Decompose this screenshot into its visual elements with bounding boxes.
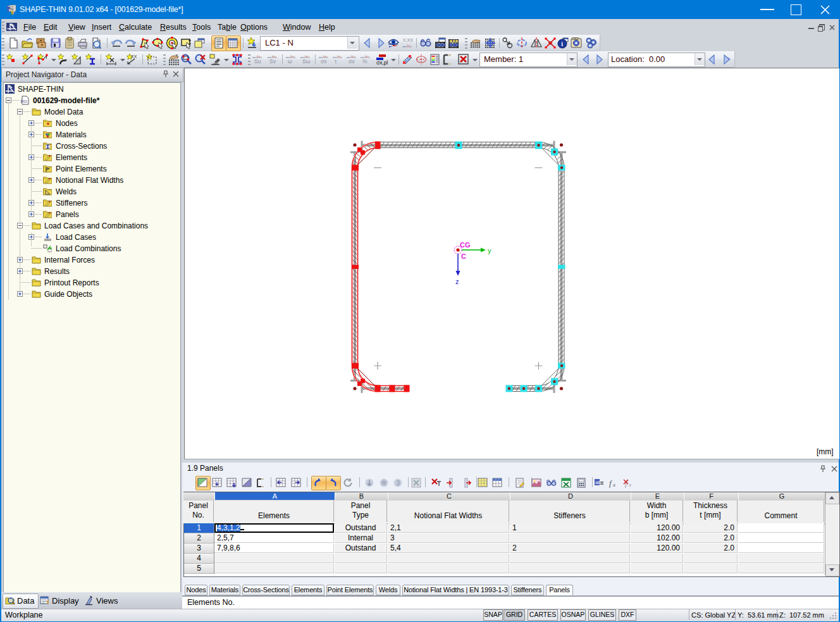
svg-text:τ: τ xyxy=(335,58,337,65)
svg-text:XX: XX xyxy=(131,54,137,59)
svg-text:C: C xyxy=(461,252,466,260)
svg-text:x: x xyxy=(612,482,615,488)
svg-text:Su: Su xyxy=(254,58,261,65)
svg-text:%: % xyxy=(362,58,368,65)
svg-text:x: x xyxy=(628,482,631,488)
svg-text:Sω: Sω xyxy=(302,58,311,65)
svg-text:Sv: Sv xyxy=(269,58,276,65)
svg-text:i: i xyxy=(561,40,563,47)
svg-text:σv: σv xyxy=(349,58,355,65)
svg-text:CG: CG xyxy=(460,241,471,249)
svg-text:y: y xyxy=(488,247,491,254)
svg-text:3: 3 xyxy=(397,480,400,487)
svg-text:σx: σx xyxy=(321,58,327,65)
svg-text:z: z xyxy=(455,278,459,285)
svg-text:σx,pl: σx,pl xyxy=(376,59,388,66)
svg-text:X.XX: X.XX xyxy=(403,38,413,42)
svg-text:ω: ω xyxy=(288,58,292,65)
svg-text:9: 9 xyxy=(11,9,14,15)
